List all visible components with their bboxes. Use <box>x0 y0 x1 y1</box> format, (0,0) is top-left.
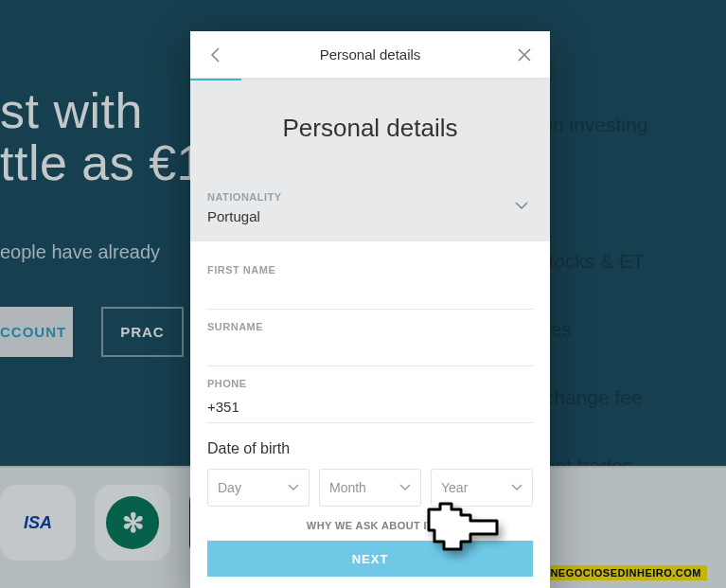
modal-header: Personal details <box>190 80 550 176</box>
chevron-down-icon <box>399 484 411 491</box>
personal-details-modal: Personal details Personal details NATION… <box>190 31 550 588</box>
chevron-down-icon <box>511 484 522 491</box>
dob-year-value: Year <box>441 480 468 495</box>
dob-day-select[interactable]: Day <box>207 469 310 507</box>
dob-month-select[interactable]: Month <box>319 469 421 507</box>
modal-step-title: Personal details <box>320 46 421 62</box>
chevron-down-icon <box>514 197 529 214</box>
first-name-label: FIRST NAME <box>207 264 533 276</box>
phone-label: PHONE <box>207 378 533 389</box>
next-button[interactable]: NEXT <box>207 541 533 577</box>
nationality-value: Portugal <box>207 208 533 224</box>
back-icon[interactable] <box>207 46 224 63</box>
surname-label: SURNAME <box>207 321 533 332</box>
surname-input[interactable] <box>207 332 533 366</box>
dob-year-select[interactable]: Year <box>431 469 533 507</box>
phone-input[interactable] <box>207 389 533 423</box>
nationality-label: NATIONALITY <box>207 191 533 203</box>
dob-month-value: Month <box>329 480 366 495</box>
why-we-ask-link[interactable]: WHY WE ASK ABOUT IT <box>207 520 533 531</box>
modal-title: Personal details <box>190 114 550 143</box>
chevron-down-icon <box>288 484 299 491</box>
dob-title: Date of birth <box>207 440 533 457</box>
first-name-input[interactable] <box>207 276 533 310</box>
nationality-select[interactable]: NATIONALITY Portugal <box>190 176 550 241</box>
dob-day-value: Day <box>218 480 241 495</box>
close-icon[interactable] <box>516 46 533 63</box>
